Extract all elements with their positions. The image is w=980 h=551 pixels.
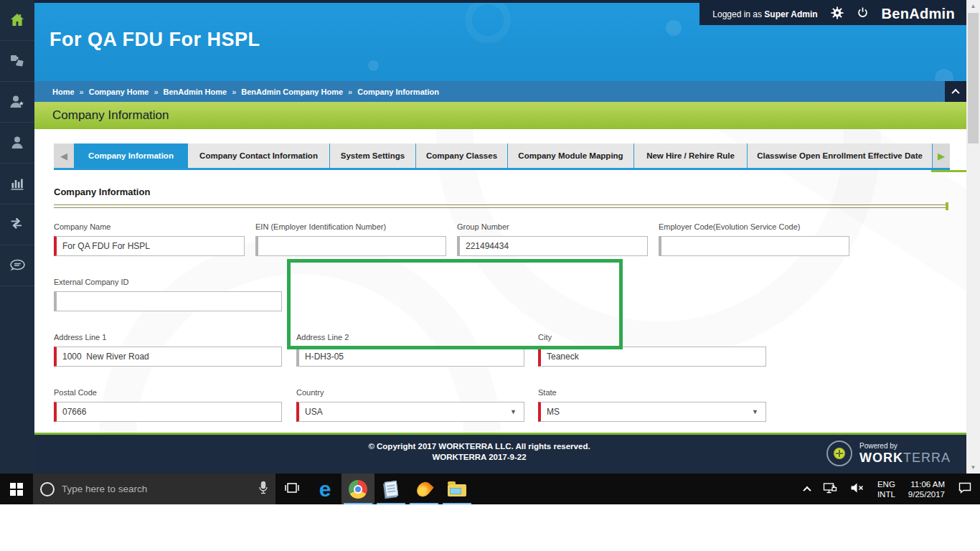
- tab-system-settings[interactable]: System Settings: [330, 143, 416, 168]
- address-line-2-label: Address Line 2: [296, 333, 524, 342]
- header-decoration: [368, 60, 379, 71]
- ein-label: EIN (Employer Identification Number): [255, 222, 446, 231]
- messages-chat-icon: [8, 257, 27, 274]
- windows-taskbar: e ENGINTL: [0, 474, 980, 504]
- collapse-header-button[interactable]: [945, 81, 966, 102]
- taskbar-search[interactable]: [33, 474, 275, 504]
- company-name-field: Company Name: [54, 222, 245, 256]
- scrollbar-down-arrow[interactable]: ▼: [966, 461, 980, 474]
- state-select[interactable]: MS ▼: [538, 402, 766, 422]
- state-label: State: [538, 388, 766, 397]
- edge-icon: e: [319, 479, 331, 500]
- chevron-left-icon: ◀: [60, 151, 67, 161]
- breadcrumb-company-information[interactable]: Company Information: [357, 88, 439, 96]
- breadcrumb-home[interactable]: Home: [52, 88, 75, 96]
- powered-by-logo: Powered by WORKTERRA: [826, 441, 951, 466]
- sidebar-item-employees[interactable]: [0, 123, 34, 164]
- microphone-icon[interactable]: [258, 481, 268, 498]
- breadcrumb: Home » Company Home » BenAdmin Home » Be…: [34, 81, 966, 102]
- sidebar-item-transactions[interactable]: [0, 204, 34, 245]
- tab-company-information[interactable]: Company Information: [74, 143, 188, 168]
- external-company-id-field: External Company ID: [54, 278, 282, 311]
- chevron-up-icon: [803, 486, 811, 494]
- tray-volume[interactable]: [845, 474, 870, 504]
- action-center-button[interactable]: [953, 474, 977, 504]
- breadcrumb-benadmin-company-home[interactable]: BenAdmin Company Home: [241, 88, 343, 96]
- file-explorer-button[interactable]: [440, 474, 473, 504]
- firefox-button[interactable]: [407, 474, 440, 504]
- settings-button[interactable]: [831, 6, 844, 22]
- tab-company-module-mapping[interactable]: Company Module Mapping: [508, 143, 634, 168]
- breadcrumb-separator: »: [80, 88, 84, 96]
- sidebar-item-reports[interactable]: [0, 164, 34, 204]
- country-select[interactable]: USA ▼: [296, 402, 524, 422]
- scrollbar-thumb[interactable]: [968, 13, 979, 143]
- tab-scroll-left-button[interactable]: ◀: [54, 143, 74, 168]
- breadcrumb-benadmin-home[interactable]: BenAdmin Home: [164, 88, 227, 96]
- scrollbar-up-arrow[interactable]: ▲: [966, 0, 980, 12]
- employer-code-input[interactable]: [659, 236, 849, 256]
- reports-bar-chart-icon: [9, 175, 26, 192]
- ein-input[interactable]: [255, 236, 446, 256]
- logout-button[interactable]: [857, 6, 869, 22]
- tab-classwise-open-enrollment[interactable]: Classwise Open Enrollment Effective Date: [748, 143, 933, 168]
- footer: © Copyright 2017 WORKTERRA LLC. All righ…: [34, 433, 966, 474]
- employer-code-field: Employer Code(Evolution Service Code): [659, 222, 849, 256]
- country-field: Country USA ▼: [296, 388, 524, 422]
- workterra-wordmark: WORKTERRA: [859, 451, 951, 466]
- city-label: City: [538, 333, 766, 342]
- section-title: Company Information: [54, 187, 150, 197]
- workterra-target-icon: [826, 441, 852, 466]
- postal-code-input[interactable]: [54, 402, 282, 422]
- breadcrumb-company-home[interactable]: Company Home: [89, 88, 149, 96]
- country-label: Country: [296, 388, 524, 397]
- ein-field: EIN (Employer Identification Number): [255, 222, 446, 256]
- desktop-screen: For QA FDU For HSPL Logged in as Super A…: [0, 0, 980, 504]
- address-line-2-field: Address Line 2: [296, 333, 524, 367]
- company-name-label: Company Name: [54, 222, 245, 231]
- tray-clock[interactable]: 11:06 AM9/25/2017: [903, 474, 950, 504]
- header-decoration: [666, 20, 682, 36]
- admin-user-icon: [9, 93, 26, 110]
- login-bar: Logged in as Super Admin BenAdmin: [699, 3, 966, 25]
- search-input[interactable]: [62, 484, 251, 494]
- external-company-id-input[interactable]: [54, 291, 282, 311]
- header-decoration: [935, 69, 953, 81]
- sidebar-item-admin-users[interactable]: [0, 82, 34, 123]
- tab-strip-green-segment: [931, 170, 966, 172]
- tray-show-hidden-icons[interactable]: [799, 474, 815, 504]
- country-value: USA: [305, 407, 323, 417]
- page-title-bar: Company Information: [34, 102, 966, 129]
- sidebar-item-modules[interactable]: [0, 41, 34, 82]
- tab-company-contact-information[interactable]: Company Contact Information: [188, 143, 330, 168]
- speaker-muted-icon: [850, 482, 864, 496]
- postal-code-label: Postal Code: [54, 388, 282, 397]
- task-view-button[interactable]: [275, 474, 308, 504]
- start-button[interactable]: [0, 474, 33, 504]
- chrome-button[interactable]: [341, 474, 374, 504]
- tray-language[interactable]: ENGINTL: [872, 474, 900, 504]
- system-tray: ENGINTL 11:06 AM9/25/2017: [799, 474, 980, 504]
- group-number-input[interactable]: [457, 236, 648, 256]
- tab-company-classes[interactable]: Company Classes: [416, 143, 508, 168]
- chevron-right-icon: ▶: [938, 151, 945, 161]
- address-line-2-input[interactable]: [296, 347, 524, 367]
- clock-time: 11:06 AM: [908, 479, 945, 489]
- notepad-button[interactable]: [374, 474, 407, 504]
- sidebar-item-home[interactable]: [0, 0, 34, 41]
- edge-button[interactable]: e: [308, 474, 341, 504]
- tab-scroll-right-button[interactable]: ▶: [933, 143, 950, 168]
- tray-network[interactable]: [818, 474, 842, 504]
- logged-in-text: Logged in as Super Admin: [712, 9, 817, 19]
- page-scrollbar[interactable]: ▲ ▼: [966, 0, 980, 474]
- state-field: State MS ▼: [538, 388, 766, 422]
- sidebar-item-messages[interactable]: [0, 245, 34, 286]
- city-input[interactable]: [538, 347, 766, 367]
- tab-new-hire-rehire-rule[interactable]: New Hire / Rehire Rule: [634, 143, 748, 168]
- powered-by-text: Powered by: [859, 442, 951, 450]
- keyboard-layout: INTL: [877, 489, 895, 499]
- address-line-1-input[interactable]: [54, 347, 282, 367]
- company-name-input[interactable]: [54, 236, 245, 256]
- address-line-1-label: Address Line 1: [54, 333, 282, 342]
- transactions-arrows-icon: [9, 216, 26, 233]
